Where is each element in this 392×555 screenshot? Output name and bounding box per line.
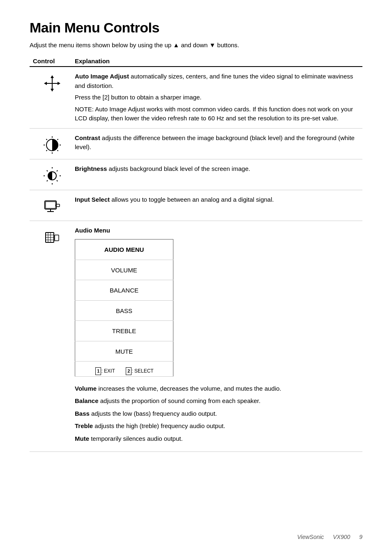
audio-menu-item-volume: VOLUME <box>75 260 173 280</box>
svg-marker-4 <box>44 82 47 85</box>
brightness-cell: Brightness adjusts background black leve… <box>75 159 362 190</box>
svg-marker-2 <box>51 75 54 78</box>
col-explanation-header: Explanation <box>75 56 362 67</box>
table-row: Brightness adjusts background black leve… <box>30 159 362 190</box>
audio-menu-item-mute: MUTE <box>75 341 173 362</box>
move-icon <box>43 74 61 92</box>
svg-line-13 <box>58 139 58 140</box>
input-select-icon <box>43 198 61 216</box>
audio-menu-table: AUDIO MENU VOLUME BALANCE BASS TREBLE <box>75 239 173 377</box>
svg-rect-28 <box>56 204 60 207</box>
table-row: Input Select allows you to toggle betwee… <box>30 190 362 221</box>
select-num-box: 2 <box>126 367 131 375</box>
intro-text: Adjust the menu items shown below by usi… <box>30 41 362 48</box>
audio-menu-item-treble: TREBLE <box>75 321 173 341</box>
model-name: VX900 <box>333 534 350 540</box>
contrast-cell: Contrast adjusts the difference between … <box>75 128 362 159</box>
svg-line-12 <box>58 150 58 151</box>
svg-marker-5 <box>58 82 60 85</box>
col-control-header: Control <box>30 56 75 67</box>
input-select-cell: Input Select allows you to toggle betwee… <box>75 190 362 221</box>
svg-rect-24 <box>45 201 56 209</box>
svg-marker-3 <box>51 89 54 92</box>
svg-rect-25 <box>46 202 55 208</box>
brightness-icon <box>43 167 61 185</box>
svg-line-11 <box>46 139 47 140</box>
auto-image-adjust-cell: Auto Image Adjust automatically sizes, c… <box>75 67 362 128</box>
exit-num-box: 1 <box>95 367 101 375</box>
svg-line-20 <box>47 170 48 171</box>
table-row: Audio Menu AUDIO MENU VOLUME BALANCE BAS… <box>30 221 362 452</box>
svg-line-22 <box>57 170 58 171</box>
page-number: 9 <box>359 534 362 540</box>
audio-menu-cell: Audio Menu AUDIO MENU VOLUME BALANCE BAS… <box>75 221 362 452</box>
svg-line-14 <box>46 150 47 151</box>
audio-menu-footer-row: 1: EXIT 2: SELECT <box>75 362 173 377</box>
svg-rect-37 <box>55 235 59 241</box>
page-footer: ViewSonic VX900 9 <box>290 534 362 540</box>
table-row: Contrast adjusts the difference between … <box>30 128 362 159</box>
audio-menu-item-bass: BASS <box>75 300 173 321</box>
audio-menu-item-balance: BALANCE <box>75 280 173 301</box>
page-title: Main Menu Controls <box>30 20 362 36</box>
audio-menu-header-row: AUDIO MENU <box>75 240 173 260</box>
svg-line-23 <box>47 180 48 181</box>
svg-line-21 <box>57 180 58 181</box>
audio-icon <box>43 228 61 246</box>
main-controls-table: Control Explanation <box>30 56 362 452</box>
contrast-icon <box>43 136 61 154</box>
table-row: Auto Image Adjust automatically sizes, c… <box>30 67 362 128</box>
brand-name: ViewSonic <box>297 534 324 540</box>
